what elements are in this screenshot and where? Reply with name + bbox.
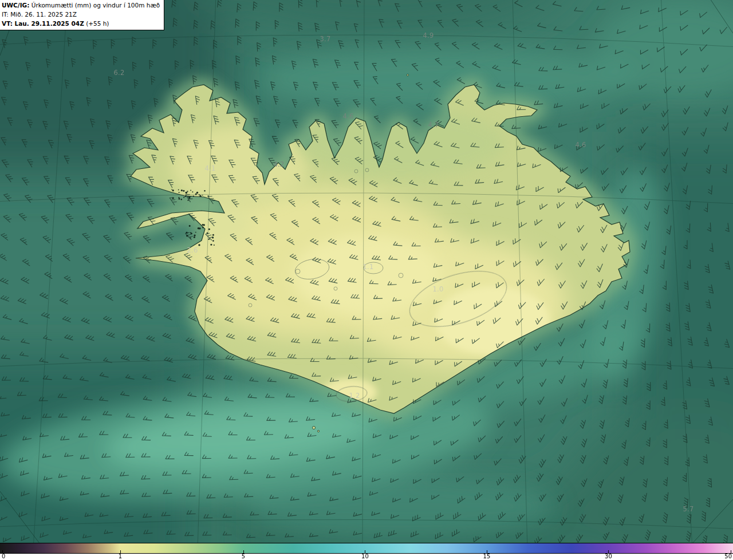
valid-time-line: VT: Lau. 29.11.2025 04Z (+55 h) bbox=[2, 19, 160, 29]
colorbar-tick-label: 50 bbox=[724, 553, 732, 559]
colorbar-tick-label: 10 bbox=[361, 553, 369, 559]
colorbar-tick-label: 30 bbox=[605, 553, 612, 559]
map-title-line: UWC/IG: Úrkomumætti (mm) og vindur í 100… bbox=[2, 1, 160, 10]
colorbar-gradient bbox=[0, 543, 733, 554]
map-title-box: UWC/IG: Úrkomumætti (mm) og vindur í 100… bbox=[0, 0, 164, 30]
colorbar-tick-label: 5 bbox=[242, 553, 245, 559]
map-title-text: Úrkomumætti (mm) og vindur í 100m hæð bbox=[31, 2, 160, 9]
colorbar-tick-label: 0 bbox=[2, 553, 5, 559]
map-area: 3.74.96.24.64.74.64.24.12.61.11.01.25.7 … bbox=[0, 0, 733, 543]
weather-map-app: 3.74.96.24.64.74.64.24.12.61.11.01.25.7 … bbox=[0, 0, 733, 560]
valid-time: VT: Lau. 29.11.2025 04Z bbox=[2, 20, 84, 27]
colorbar-tick-label: 1 bbox=[119, 553, 122, 559]
colorbar-tick-label: 15 bbox=[483, 553, 491, 559]
init-time: IT: Mið. 26. 11. 2025 21Z bbox=[2, 10, 160, 19]
valid-time-offset: (+55 h) bbox=[86, 20, 109, 27]
colorbar-labels: 01510153050 bbox=[0, 554, 733, 560]
colorbar: 01510153050 bbox=[0, 543, 733, 560]
map-canvas bbox=[0, 0, 733, 543]
model-label: UWC/IG: bbox=[2, 2, 29, 9]
